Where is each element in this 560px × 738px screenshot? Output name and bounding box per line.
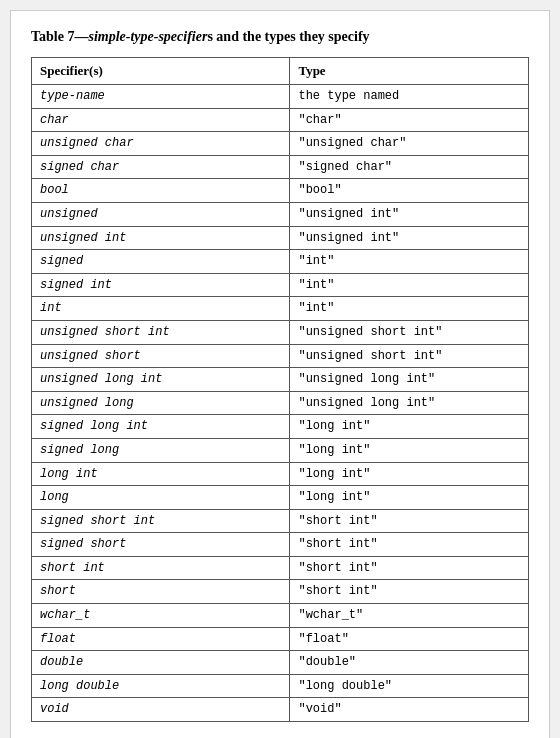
table-row: long"long int" <box>32 486 529 510</box>
type-cell: "short int" <box>290 509 529 533</box>
type-cell: "int" <box>290 250 529 274</box>
type-cell: "unsigned char" <box>290 132 529 156</box>
table-row: long int"long int" <box>32 462 529 486</box>
type-cell: "short int" <box>290 556 529 580</box>
table-row: type-namethe type named <box>32 85 529 109</box>
type-cell: "long int" <box>290 462 529 486</box>
type-cell: the type named <box>290 85 529 109</box>
specifier-cell: signed <box>32 250 290 274</box>
specifier-cell: type-name <box>32 85 290 109</box>
table-row: signed long"long int" <box>32 438 529 462</box>
table-row: unsigned short int"unsigned short int" <box>32 320 529 344</box>
type-cell: "unsigned long int" <box>290 368 529 392</box>
specifier-cell: wchar_t <box>32 604 290 628</box>
type-cell: "long int" <box>290 486 529 510</box>
type-cell: "wchar_t" <box>290 604 529 628</box>
type-cell: "unsigned short int" <box>290 344 529 368</box>
table-row: void"void" <box>32 698 529 722</box>
type-cell: "long double" <box>290 674 529 698</box>
type-cell: "bool" <box>290 179 529 203</box>
specifier-cell: short int <box>32 556 290 580</box>
table-row: bool"bool" <box>32 179 529 203</box>
specifier-cell: signed char <box>32 155 290 179</box>
specifier-cell: signed int <box>32 273 290 297</box>
table-row: unsigned char"unsigned char" <box>32 132 529 156</box>
specifier-cell: bool <box>32 179 290 203</box>
table-row: double"double" <box>32 651 529 675</box>
type-cell: "long int" <box>290 438 529 462</box>
type-cell: "unsigned int" <box>290 226 529 250</box>
type-cell: "unsigned int" <box>290 202 529 226</box>
type-cell: "unsigned long int" <box>290 391 529 415</box>
specifier-cell: float <box>32 627 290 651</box>
table-title: Table 7—simple-type-specifiers and the t… <box>31 29 529 45</box>
specifier-cell: signed short int <box>32 509 290 533</box>
table-row: unsigned long int"unsigned long int" <box>32 368 529 392</box>
specifier-cell: short <box>32 580 290 604</box>
table-row: unsigned"unsigned int" <box>32 202 529 226</box>
specifier-cell: unsigned <box>32 202 290 226</box>
specifier-cell: signed long <box>32 438 290 462</box>
type-cell: "float" <box>290 627 529 651</box>
specifier-table: Specifier(s) Type type-namethe type name… <box>31 57 529 722</box>
table-row: signed int"int" <box>32 273 529 297</box>
table-row: unsigned short"unsigned short int" <box>32 344 529 368</box>
table-row: signed"int" <box>32 250 529 274</box>
specifier-cell: unsigned int <box>32 226 290 250</box>
specifier-cell: int <box>32 297 290 321</box>
type-cell: "double" <box>290 651 529 675</box>
specifier-cell: long <box>32 486 290 510</box>
type-cell: "short int" <box>290 533 529 557</box>
table-row: char"char" <box>32 108 529 132</box>
specifier-cell: char <box>32 108 290 132</box>
table-row: int"int" <box>32 297 529 321</box>
table-row: wchar_t"wchar_t" <box>32 604 529 628</box>
table-row: short"short int" <box>32 580 529 604</box>
specifier-cell: unsigned short <box>32 344 290 368</box>
specifier-cell: unsigned long int <box>32 368 290 392</box>
type-cell: "int" <box>290 297 529 321</box>
table-row: float"float" <box>32 627 529 651</box>
type-cell: "unsigned short int" <box>290 320 529 344</box>
specifier-cell: signed short <box>32 533 290 557</box>
table-row: signed long int"long int" <box>32 415 529 439</box>
header-specifiers: Specifier(s) <box>32 58 290 85</box>
type-cell: "char" <box>290 108 529 132</box>
table-row: unsigned long"unsigned long int" <box>32 391 529 415</box>
type-cell: "signed char" <box>290 155 529 179</box>
specifier-cell: double <box>32 651 290 675</box>
table-row: signed short int"short int" <box>32 509 529 533</box>
specifier-cell: long int <box>32 462 290 486</box>
table-row: signed short"short int" <box>32 533 529 557</box>
type-cell: "short int" <box>290 580 529 604</box>
table-row: signed char"signed char" <box>32 155 529 179</box>
specifier-cell: long double <box>32 674 290 698</box>
type-cell: "void" <box>290 698 529 722</box>
table-row: short int"short int" <box>32 556 529 580</box>
specifier-cell: unsigned short int <box>32 320 290 344</box>
page-container: Table 7—simple-type-specifiers and the t… <box>10 10 550 738</box>
specifier-cell: unsigned char <box>32 132 290 156</box>
type-cell: "long int" <box>290 415 529 439</box>
specifier-cell: unsigned long <box>32 391 290 415</box>
specifier-cell: void <box>32 698 290 722</box>
table-row: long double"long double" <box>32 674 529 698</box>
table-header-row: Specifier(s) Type <box>32 58 529 85</box>
header-type: Type <box>290 58 529 85</box>
table-row: unsigned int"unsigned int" <box>32 226 529 250</box>
specifier-cell: signed long int <box>32 415 290 439</box>
type-cell: "int" <box>290 273 529 297</box>
